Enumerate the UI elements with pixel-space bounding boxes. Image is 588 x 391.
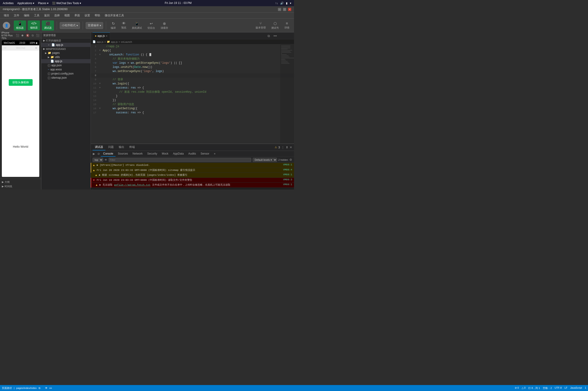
outline-header[interactable]: ▶ 大纲 (2, 180, 39, 184)
menu-edit[interactable]: 编辑 (22, 13, 31, 18)
mode-dropdown[interactable]: 小程序模式 ▾ (60, 22, 80, 29)
menu-view[interactable]: 视图 (63, 13, 72, 18)
simulator-button[interactable]: 📱 模拟器 (14, 20, 26, 31)
console-cursor[interactable]: > (91, 188, 294, 190)
code-area[interactable]: ▬▬▬▬▬▬▬▬▬▬▬▬▬▬▬▬▬▬▬▬▬▬▬▬▬▬▬▬▬▬▬▬▬▬▬▬▬▬▬▬… (91, 44, 294, 144)
sim-copy-btn[interactable]: ⧉ (31, 33, 35, 37)
debug-more-icon[interactable]: ⋮ (281, 146, 284, 149)
project-header[interactable]: ▶ MINIPROGRAM3 (41, 47, 90, 51)
fold-16[interactable]: ▼ (98, 106, 102, 111)
debug-tab-debugger[interactable]: 调试器 (93, 144, 105, 150)
details-button[interactable]: ≡ 详情 (282, 20, 291, 30)
menu-tools[interactable]: 工具 (32, 13, 41, 18)
console-messages: ▲ ► [NTrans][Master] nTrans diasbled. VM… (91, 163, 294, 190)
pages-folder-icon: 📁 (48, 51, 51, 55)
menu-go[interactable]: 返回 (42, 13, 52, 18)
clear-cache-button[interactable]: ⊗ 清缓存 (159, 20, 170, 31)
tab-close-icon[interactable]: ✕ (106, 35, 108, 37)
tree-item-sitemap[interactable]: { } sitemap.json (41, 76, 90, 80)
compile-button[interactable]: ↻ 编译 (109, 20, 118, 31)
background-button[interactable]: ↩ 切后台 (146, 20, 157, 31)
debug-tab-issues[interactable]: 问题 (106, 144, 116, 150)
console-tab-mock[interactable]: Mock (159, 151, 171, 157)
open-editors-header[interactable]: ▶ 打开的编辑器 (41, 38, 90, 43)
app-menu[interactable]: ⬛ WeChat Dev Tools ▾ (52, 1, 81, 5)
preview-button[interactable]: 👁 预览 (120, 20, 128, 30)
tree-item-appjs[interactable]: 📄 app.js (41, 59, 90, 63)
debug-expand-icon[interactable]: ⬆ (286, 146, 288, 149)
open-file-appjs[interactable]: ✕ 📄 app.js (41, 43, 90, 47)
menu-wechat[interactable]: 微信开发者工具 (103, 13, 126, 18)
sim-rotate-btn[interactable]: ⬛ (15, 33, 19, 37)
maximize-button[interactable]: □ (283, 8, 286, 11)
close-button[interactable]: ✕ (288, 8, 291, 11)
debug-close-icon[interactable]: ✕ (290, 146, 292, 149)
msg-source-3[interactable]: VM89:3 (278, 178, 292, 181)
applications-menu[interactable]: Applications ▾ (17, 1, 34, 5)
sim-record-btn[interactable]: ⏺ (20, 33, 25, 37)
debug-tab-terminal[interactable]: 终端 (127, 144, 137, 150)
fold-2[interactable]: ▼ (98, 49, 102, 53)
debugger-button[interactable]: ⬛ 调试器 (42, 20, 54, 31)
sim-layout-btn[interactable]: ⬛ (36, 33, 40, 37)
menu-settings[interactable]: 设置 (83, 13, 92, 18)
console-tab-sensor[interactable]: Sensor (198, 151, 211, 157)
tree-item-projectconfig[interactable]: { } project.config.json (41, 72, 90, 76)
test-id-button[interactable]: ⬡ 测试号 (269, 20, 281, 31)
appjs-name: app.js (55, 60, 62, 63)
fold-11[interactable]: ▼ (98, 86, 102, 90)
console-tab-sources[interactable]: Sources (116, 151, 130, 157)
timeline-header[interactable]: ▶ 时间线 (2, 184, 39, 189)
msg-source-1[interactable]: VM68:1 (278, 163, 292, 166)
filter-input[interactable] (109, 158, 251, 162)
console-tab-more[interactable]: » (211, 151, 218, 157)
appjson-icon: { } (48, 64, 50, 67)
console-settings-icon[interactable]: ⚙ (289, 158, 292, 161)
compile-btn-label: 编译 (111, 26, 116, 30)
menu-select[interactable]: 选择 (52, 13, 62, 18)
fold-10[interactable]: ▼ (98, 82, 102, 86)
split-editor-icon[interactable]: ⧉ (266, 33, 271, 39)
console-tab-security[interactable]: Security (145, 151, 159, 157)
console-tab-network[interactable]: Network (130, 151, 145, 157)
menu-interface[interactable]: 界面 (72, 13, 82, 18)
eye-icon[interactable]: 👁 (105, 158, 107, 161)
tab-appjs[interactable]: ● app.js ✕ (93, 32, 110, 39)
line-num-4: 4 (91, 57, 98, 61)
real-debug-button[interactable]: 📱 真机调试 (130, 20, 144, 31)
tree-item-utils[interactable]: ▶ 📁 utils (41, 55, 90, 59)
msg-source-2-sub[interactable]: VM68:1 (278, 173, 292, 176)
menu-project[interactable]: 项目 (2, 13, 11, 18)
fold-3[interactable]: ▼ (98, 53, 102, 57)
compile-dropdown[interactable]: 普通编译 ▾ (86, 22, 103, 29)
msg-source-3-sub[interactable]: VM68:1 (278, 183, 292, 186)
menu-file[interactable]: 文件 (12, 13, 21, 18)
utils-name: utils (55, 55, 60, 59)
tree-item-appwxss[interactable]: ~ app.wxss (41, 67, 90, 72)
more-options-icon[interactable]: ••• (272, 33, 278, 39)
debugger-icon: ⬛ (46, 21, 50, 26)
minimize-button[interactable]: ─ (278, 8, 281, 11)
version-mgmt-button[interactable]: ⑂ 版本管理 (254, 20, 267, 30)
device-select[interactable]: iPhone 6/7/8 Plus 75% (1, 31, 14, 40)
levels-select[interactable]: Default levels ▾ (253, 158, 277, 162)
close-file-icon[interactable]: ✕ (48, 44, 50, 46)
context-select[interactable]: top (93, 158, 103, 162)
console-run-btn[interactable]: ▶ (92, 152, 96, 156)
activities-label[interactable]: Activities (3, 1, 13, 5)
console-tab-console[interactable]: Console (101, 151, 116, 157)
sim-audio-btn[interactable]: 🔇 (25, 33, 30, 37)
menu-help[interactable]: 帮助 (93, 13, 102, 18)
debug-tab-output[interactable]: 输出 (117, 144, 127, 150)
editor-button[interactable]: </> 编辑器 (28, 20, 40, 30)
sim-avatar-btn[interactable]: 获取头像昵称 (9, 79, 33, 86)
line-content-9: // 登录 (102, 78, 294, 82)
tree-item-appjson[interactable]: { } app.json (41, 63, 90, 67)
console-tab-audits[interactable]: Audits (186, 151, 198, 157)
tree-item-pages[interactable]: ▶ 📁 pages (41, 51, 90, 55)
places-menu[interactable]: Places ▾ (38, 1, 48, 5)
warn-icon-1: ▲ (93, 164, 96, 167)
console-ban-btn[interactable]: ⊘ (96, 152, 101, 156)
msg-source-2[interactable]: VM88:4 (278, 168, 292, 171)
console-tab-appdata[interactable]: AppData (171, 151, 186, 157)
